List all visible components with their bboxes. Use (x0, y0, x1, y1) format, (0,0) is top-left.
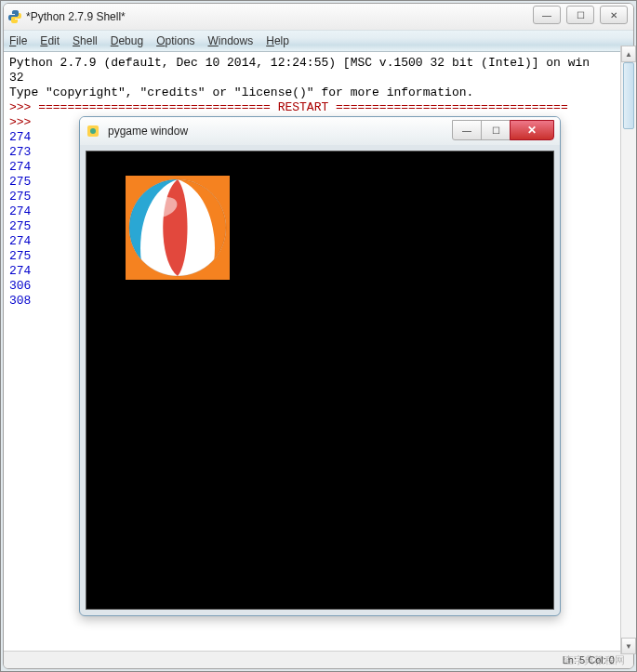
idle-title: *Python 2.7.9 Shell* (26, 10, 126, 23)
vertical-scrollbar[interactable]: ▲ ▼ (620, 46, 636, 654)
pygame-canvas[interactable] (86, 151, 554, 610)
scroll-thumb[interactable] (623, 62, 634, 129)
menu-windows[interactable]: Windows (208, 34, 254, 47)
minimize-button[interactable]: — (533, 6, 561, 24)
menu-shell[interactable]: Shell (73, 34, 98, 47)
menu-help[interactable]: Help (266, 34, 289, 47)
python-icon (7, 9, 22, 24)
pygame-window[interactable]: pygame window — ☐ ✕ (79, 116, 561, 616)
watermark: 查字典教程网 (564, 653, 625, 667)
text-line: >>> ================================ RES… (9, 100, 628, 115)
pygame-title: pygame window (108, 125, 188, 138)
pygame-close-button[interactable]: ✕ (510, 120, 554, 140)
idle-title-bar[interactable]: *Python 2.7.9 Shell* — ☐ ✕ (4, 4, 633, 30)
menu-file[interactable]: File (9, 34, 27, 47)
maximize-button[interactable]: ☐ (566, 6, 594, 24)
text-line: Python 2.7.9 (default, Dec 10 2014, 12:2… (9, 56, 628, 71)
pygame-maximize-button[interactable]: ☐ (481, 120, 511, 140)
beach-ball-sprite (126, 176, 230, 280)
menu-debug[interactable]: Debug (111, 34, 143, 47)
pygame-title-bar[interactable]: pygame window — ☐ ✕ (80, 117, 560, 145)
svg-point-1 (90, 128, 96, 134)
text-line: Type "copyright", "credits" or "license(… (9, 86, 628, 100)
scroll-down-arrow-icon[interactable]: ▼ (621, 638, 636, 654)
menu-edit[interactable]: Edit (40, 34, 60, 47)
pygame-minimize-button[interactable]: — (452, 120, 482, 140)
scroll-up-arrow-icon[interactable]: ▲ (621, 46, 636, 62)
pygame-window-controls: — ☐ ✕ (453, 120, 554, 140)
idle-window-controls: — ☐ ✕ (533, 6, 628, 24)
close-button[interactable]: ✕ (600, 6, 628, 24)
text-line: 32 (9, 71, 628, 86)
pygame-icon (86, 124, 100, 138)
menu-options[interactable]: Options (156, 34, 194, 47)
idle-status-bar: Ln: 5 Col: 0 (4, 651, 633, 668)
idle-menu-bar: File Edit Shell Debug Options Windows He… (4, 30, 633, 52)
